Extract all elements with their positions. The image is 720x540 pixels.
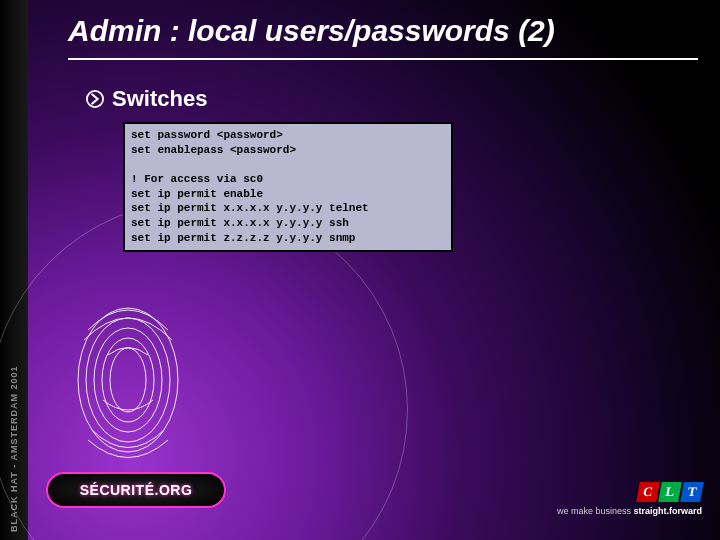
code-line: set ip permit enable <box>131 187 445 202</box>
svg-point-0 <box>87 91 103 107</box>
clt-t: T <box>680 482 704 502</box>
slide-title: Admin : local users/passwords (2) <box>68 14 555 48</box>
code-blank-line <box>131 158 445 172</box>
code-line: set ip permit x.x.x.x y.y.y.y ssh <box>131 216 445 231</box>
title-underline <box>68 58 698 60</box>
code-line: set enablepass <password> <box>131 143 445 158</box>
tagline-pre: we make business <box>557 506 634 516</box>
tagline: we make business straight.forward <box>557 506 702 516</box>
code-line: set password <password> <box>131 128 445 143</box>
logo: SÉCURITÉ.ORG <box>46 468 246 512</box>
code-line: set ip permit z.z.z.z y.y.y.y snmp <box>131 231 445 246</box>
tagline-em: straight.forward <box>633 506 702 516</box>
code-block: set password <password> set enablepass <… <box>123 122 453 252</box>
clt-c: C <box>636 482 660 502</box>
logo-text: SÉCURITÉ.ORG <box>46 472 226 508</box>
clt-l: L <box>658 482 682 502</box>
clt-badge: C L T <box>638 482 702 502</box>
bullet-label: Switches <box>112 86 207 112</box>
code-line: set ip permit x.x.x.x y.y.y.y telnet <box>131 201 445 216</box>
bullet-row: Switches <box>86 86 207 112</box>
footer-right: C L T we make business straight.forward <box>557 482 702 516</box>
chevron-bullet-icon <box>86 90 104 108</box>
code-line: ! For access via sc0 <box>131 172 445 187</box>
slide-body: Admin : local users/passwords (2) Switch… <box>28 0 720 540</box>
